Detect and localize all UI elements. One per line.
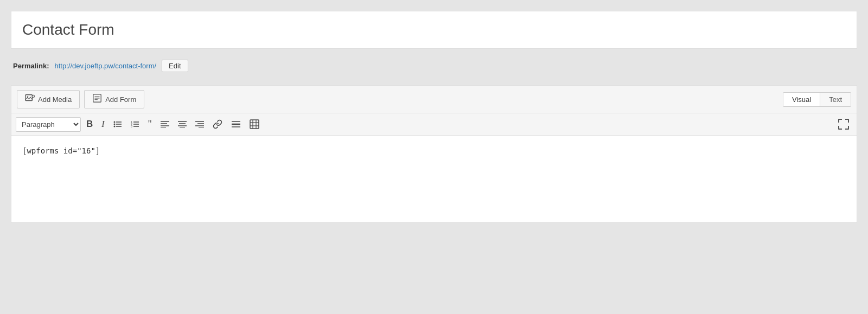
edit-button[interactable]: Edit: [162, 60, 188, 72]
text-tab[interactable]: Text: [820, 93, 851, 106]
bold-button[interactable]: B: [83, 117, 96, 132]
add-media-button[interactable]: Add Media: [17, 90, 80, 108]
permalink-link[interactable]: http://dev.joeftp.pw/contact-form/: [54, 62, 156, 70]
blockquote-button[interactable]: ": [145, 117, 155, 131]
view-tabs: Visual Text: [783, 92, 851, 107]
permalink-label: Permalink:: [13, 62, 49, 70]
svg-rect-0: [25, 95, 33, 101]
page-title-input[interactable]: [22, 21, 846, 39]
paragraph-select[interactable]: Paragraph: [16, 117, 81, 132]
svg-point-11: [113, 124, 115, 125]
svg-point-1: [27, 96, 29, 98]
add-form-label: Add Form: [105, 95, 136, 104]
italic-button[interactable]: I: [98, 117, 107, 131]
table-button[interactable]: [246, 117, 263, 131]
add-media-icon: [25, 93, 35, 105]
fullscreen-button[interactable]: [835, 117, 852, 132]
svg-point-13: [113, 126, 115, 127]
svg-point-9: [113, 121, 115, 123]
visual-tab[interactable]: Visual: [783, 93, 820, 106]
align-left-button[interactable]: [157, 118, 173, 130]
link-button[interactable]: [209, 117, 226, 131]
permalink-bar: Permalink: http://dev.joeftp.pw/contact-…: [11, 55, 857, 76]
toolbar-format: Paragraph B I 1: [11, 113, 857, 136]
toolbar-top-left: Add Media Add Form: [17, 90, 144, 108]
editor-container: Add Media Add Form: [11, 85, 857, 223]
ordered-list-button[interactable]: 1 2 3: [127, 118, 143, 131]
add-media-label: Add Media: [38, 95, 72, 104]
content-area[interactable]: [wpforms id="16"]: [11, 136, 857, 222]
page-container: Permalink: http://dev.joeftp.pw/contact-…: [11, 11, 857, 223]
align-center-button[interactable]: [175, 118, 190, 130]
add-form-button[interactable]: Add Form: [84, 90, 144, 108]
unordered-list-button[interactable]: [110, 118, 125, 131]
align-right-button[interactable]: [192, 118, 207, 130]
title-box: [11, 11, 857, 49]
horizontal-rule-button[interactable]: [228, 118, 244, 131]
toolbar-top: Add Media Add Form: [11, 86, 857, 113]
add-form-icon: [92, 93, 102, 105]
svg-text:3: 3: [131, 125, 132, 128]
svg-rect-36: [250, 120, 259, 129]
editor-content: [wpforms id="16"]: [22, 146, 100, 155]
